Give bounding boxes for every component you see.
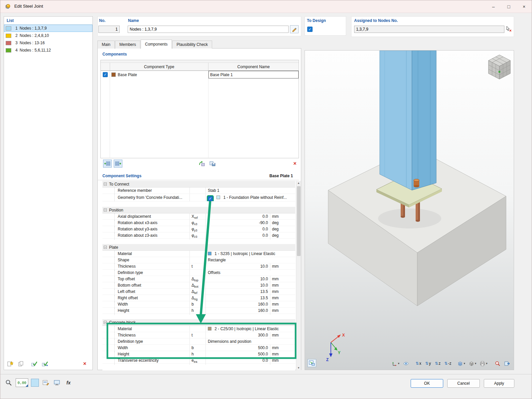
component-active-checkbox[interactable]: ✓ [103,72,108,77]
setting-label: Definition type [102,270,190,276]
tab-plausibility-check[interactable]: Plausibility Check [172,41,212,49]
joint-color-swatch [6,48,11,53]
delete-joint-icon[interactable]: × [80,360,89,368]
setting-label: Material [102,326,190,332]
maximize-button[interactable]: □ [501,0,516,13]
group-plate[interactable]: Plate [102,244,295,251]
setting-value[interactable]: 1 - S235 | Isotropic | Linear Elastic [205,251,295,257]
model-viewport[interactable]: X Y Z ▾ ⇅x ⇅y [305,50,514,370]
group-to-connect[interactable]: To Connect [102,181,295,188]
view-z-icon[interactable]: ⇅z [434,360,442,367]
component-row[interactable]: ✓ Base Plate Base Plate 1 [101,71,299,78]
display-properties-icon[interactable] [53,379,62,387]
background-color-button[interactable] [31,379,39,387]
pick-nodes-icon[interactable] [504,25,513,33]
setting-value[interactable]: 0.0 [205,232,270,240]
setting-row-top-offset: Top offset Δtop 10.0 mm [102,276,295,282]
joint-name-field[interactable] [128,26,289,33]
to-design-checkbox[interactable]: ✓ [307,27,313,32]
navigation-cube[interactable] [488,55,510,79]
collapse-icon[interactable] [104,246,107,249]
component-type-text: Base Plate [118,72,137,77]
setting-row-right-offset: Right offset Δrig 13.5 mm [102,295,295,301]
close-button[interactable]: × [516,0,532,13]
apply-button[interactable]: Apply [484,379,514,388]
list-item-4[interactable]: 4 Nodes : 5,6,11,12 [4,47,92,54]
new-joint-icon[interactable] [6,360,15,368]
geometry-from-checkbox[interactable]: ✓ [208,196,213,201]
fx-icon[interactable]: fx [64,379,73,387]
import-component-icon[interactable] [198,160,206,168]
zoom-view-icon[interactable] [402,360,410,367]
search-icon[interactable] [4,379,13,387]
foundation-text: 1 - Foundation Plate without Reinf... [223,195,287,200]
select-check-icon[interactable] [41,360,49,368]
annotation-settings-icon[interactable] [42,379,50,387]
copy-joint-icon[interactable] [17,360,25,368]
material-swatch [208,327,211,331]
setting-value[interactable]: Rectangle [205,257,295,263]
view-orientation-icon[interactable]: ▾ [391,360,401,367]
setting-unit: mm [270,308,295,315]
assigned-nodes-field[interactable] [354,26,504,33]
setting-label: Shape [102,257,190,263]
setting-row-axial-displacement: Axial displacement Xref 0.0 mm [102,213,295,220]
table-header-row: Component Type Component Name [101,63,299,71]
tab-components[interactable]: Components [141,40,172,49]
joint-color-swatch [6,26,11,31]
setting-value[interactable]: Offsets [205,270,295,276]
setting-value[interactable]: 2 - C25/30 | Isotropic | Linear Elastic [205,326,295,332]
remove-component-icon[interactable] [114,160,122,168]
collapse-icon[interactable] [104,183,107,186]
scrollbar-thumb[interactable] [297,186,301,256]
setting-value[interactable]: Stab 1 [205,188,295,194]
ok-button[interactable]: OK [411,379,443,388]
save-component-icon[interactable] [208,160,217,168]
zoom-search-icon[interactable] [493,360,501,367]
setting-value[interactable]: 0.0 [205,357,270,365]
scroll-down-icon[interactable]: ▼ [296,366,301,370]
scroll-up-icon[interactable]: ▲ [296,181,301,186]
tab-members[interactable]: Members [115,41,140,49]
setting-symbol [190,257,205,263]
render-mode-icon[interactable]: ▾ [468,360,477,367]
display-options-icon[interactable]: ▾ [457,360,466,367]
joint-number-field[interactable] [98,26,120,33]
fit-view-icon[interactable] [308,359,316,367]
setting-symbol [190,251,205,257]
view-minus-z-icon[interactable]: ⇅-z [443,360,452,367]
settings-grid: To Connect Reference member Stab 1 Geome… [102,181,295,370]
apply-check-icon[interactable] [30,360,39,368]
setting-value[interactable]: Dimensions and position [205,338,295,344]
setting-value[interactable]: ✓ 1 - Foundation Plate without Reinf... [205,194,295,201]
delete-component-icon[interactable]: × [291,160,299,168]
setting-row-bottom-offset: Bottom offset Δbot 10.0 mm [102,282,295,289]
tab-main[interactable]: Main [97,41,115,49]
list-item-3[interactable]: 3 Nodes : 13-16 [4,39,92,47]
list-item-1[interactable]: 1 Nodes : 1,3,7,9 [4,25,92,32]
collapse-icon[interactable] [104,321,107,324]
status-toolbar: 0,00 fx [4,378,73,387]
cancel-button[interactable]: Cancel [447,379,480,388]
collapse-icon[interactable] [104,208,107,211]
group-position[interactable]: Position [102,207,295,213]
view-x-icon[interactable]: ⇅x [414,360,422,367]
component-name-cell[interactable]: Base Plate 1 [208,71,299,78]
print-icon[interactable]: ▾ [479,360,488,367]
tab-strip: Main Members Components Plausibility Che… [97,40,212,49]
view-y-icon[interactable]: ⇅y [424,360,432,367]
header-fields: No. Name [97,16,301,36]
setting-value[interactable]: 160.0 [205,308,270,315]
export-view-icon[interactable] [503,360,511,367]
rename-edit-icon[interactable] [290,25,299,33]
minimize-button[interactable]: – [486,0,501,13]
insert-component-icon[interactable] [103,160,112,168]
group-concrete-block[interactable]: Concrete block [102,319,295,326]
group-label: Position [109,208,123,212]
list-item-2[interactable]: 2 Nodes : 2,4,8,10 [4,32,92,39]
snap-grid-display[interactable]: 0,00 [16,378,28,387]
component-settings-header: Component Settings Base Plate 1 [98,172,299,180]
material-text: 2 - C25/30 | Isotropic | Linear Elastic [214,327,279,331]
settings-scrollbar[interactable]: ▲ ▼ [296,181,301,370]
component-type-cell[interactable]: Base Plate [110,71,208,78]
